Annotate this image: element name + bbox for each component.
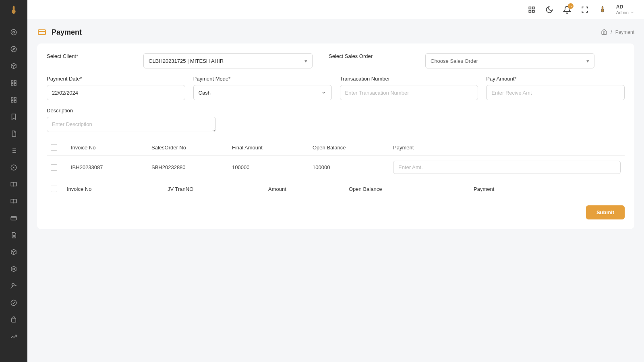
home-icon[interactable]: [601, 29, 607, 36]
chevron-down-icon: ▾: [304, 58, 307, 64]
payment-page-icon: [37, 27, 47, 37]
svg-rect-9: [11, 101, 13, 103]
sidebar: [0, 0, 27, 237]
th2-amount: Amount: [264, 181, 345, 197]
table-row: IBH20233087 SBH20232880 100000 100000: [47, 156, 625, 179]
sidebar-item-package[interactable]: [6, 58, 22, 74]
dark-mode-icon[interactable]: [545, 6, 553, 14]
payment-mode-label: Payment Mode*: [193, 76, 332, 82]
svg-point-2: [11, 46, 17, 52]
th2-invoice-no: Invoice No: [63, 181, 164, 197]
description-textarea[interactable]: [47, 117, 216, 132]
select-all-checkbox[interactable]: [51, 144, 57, 151]
cell-invoice-no: IBH20233087: [67, 156, 147, 179]
svg-rect-30: [532, 10, 534, 12]
notification-icon[interactable]: 5: [563, 6, 571, 14]
sidebar-item-file[interactable]: [6, 227, 22, 237]
svg-rect-4: [14, 81, 17, 83]
svg-point-1: [13, 31, 15, 33]
sidebar-item-target[interactable]: [6, 159, 22, 176]
user-initials: AD: [616, 4, 634, 10]
main-content: Payment / Payment Select Client* CLBH202…: [27, 19, 644, 237]
pay-amount-input[interactable]: [486, 85, 625, 100]
select-client-dropdown[interactable]: CLBH20231725 | MITESH AHIR ▾: [143, 53, 313, 68]
sidebar-item-grid-2[interactable]: [6, 92, 22, 108]
select-all-jv-checkbox[interactable]: [51, 186, 57, 192]
breadcrumb: / Payment: [601, 29, 634, 36]
breadcrumb-current: Payment: [615, 29, 634, 35]
description-label: Description: [47, 108, 216, 114]
pay-amount-label: Pay Amount*: [486, 76, 625, 82]
payment-card: Select Client* CLBH20231725 | MITESH AHI…: [37, 43, 634, 229]
select-client-value: CLBH20231725 | MITESH AHIR: [149, 58, 224, 64]
cell-salesorder-no: SBH20232880: [147, 156, 228, 179]
transaction-number-input[interactable]: [340, 85, 478, 100]
jv-table: Invoice No JV TranNO Amount Open Balance…: [47, 181, 625, 197]
th-salesorder-no: SalesOrder No: [147, 139, 228, 156]
page-header: Payment / Payment: [37, 27, 634, 37]
select-client-label: Select Client*: [47, 53, 135, 59]
apps-icon[interactable]: [528, 6, 536, 14]
svg-rect-5: [11, 84, 13, 86]
cell-final-amount: 100000: [228, 156, 309, 179]
sidebar-item-card[interactable]: [6, 210, 22, 226]
user-role: Admin: [616, 10, 634, 15]
svg-rect-10: [14, 101, 17, 103]
sidebar-item-book-1[interactable]: [6, 176, 22, 192]
submit-button[interactable]: Submit: [586, 205, 625, 219]
svg-rect-28: [532, 7, 534, 9]
sidebar-item-list[interactable]: [6, 143, 22, 159]
topbar: 5 AD Admin: [27, 0, 644, 19]
row-checkbox[interactable]: [51, 164, 57, 171]
payment-mode-value: Cash: [199, 90, 211, 96]
svg-rect-27: [529, 7, 531, 9]
svg-rect-31: [38, 30, 46, 35]
th-open-balance: Open Balance: [309, 139, 389, 156]
th2-open-balance: Open Balance: [345, 181, 470, 197]
breadcrumb-sep: /: [611, 29, 612, 35]
svg-rect-6: [14, 84, 17, 86]
sidebar-item-compass[interactable]: [6, 41, 22, 57]
row-payment-input[interactable]: [393, 161, 621, 174]
th-final-amount: Final Amount: [228, 139, 309, 156]
sidebar-item-dashboard[interactable]: [6, 24, 22, 40]
chevron-down-icon: [321, 90, 327, 95]
th2-payment: Payment: [470, 181, 625, 197]
select-sales-order-dropdown[interactable]: Choose Sales Order ▾: [425, 53, 594, 68]
notification-badge: 5: [568, 3, 574, 9]
th-invoice-no: Invoice No: [67, 139, 147, 156]
sidebar-item-grid-1[interactable]: [6, 75, 22, 91]
invoice-table: Invoice No SalesOrder No Final Amount Op…: [47, 139, 625, 179]
svg-rect-8: [14, 97, 17, 99]
fullscreen-icon[interactable]: [581, 6, 589, 14]
sidebar-item-document[interactable]: [6, 126, 22, 142]
svg-rect-3: [11, 81, 13, 83]
payment-date-input[interactable]: [47, 85, 185, 100]
user-menu[interactable]: AD Admin: [616, 4, 634, 15]
page-title: Payment: [52, 28, 82, 37]
app-logo[interactable]: [8, 5, 19, 16]
th2-jv-tranno: JV TranNO: [164, 181, 264, 197]
brand-icon[interactable]: [598, 6, 607, 14]
transaction-number-label: Transacation Number: [340, 76, 478, 82]
th-payment: Payment: [389, 139, 625, 156]
svg-rect-19: [11, 217, 17, 220]
svg-point-0: [11, 29, 17, 35]
payment-date-label: Payment Date*: [47, 76, 185, 82]
select-sales-order-label: Select Sales Order: [329, 53, 417, 59]
sidebar-item-bookmark[interactable]: [6, 109, 22, 125]
svg-point-18: [13, 167, 14, 168]
payment-mode-dropdown[interactable]: Cash: [193, 85, 332, 100]
select-sales-order-value: Choose Sales Order: [431, 58, 478, 64]
sidebar-item-book-2[interactable]: [6, 193, 22, 209]
svg-rect-7: [11, 97, 13, 99]
svg-rect-29: [529, 10, 531, 12]
chevron-down-icon: ▾: [586, 58, 589, 64]
cell-open-balance: 100000: [309, 156, 389, 179]
